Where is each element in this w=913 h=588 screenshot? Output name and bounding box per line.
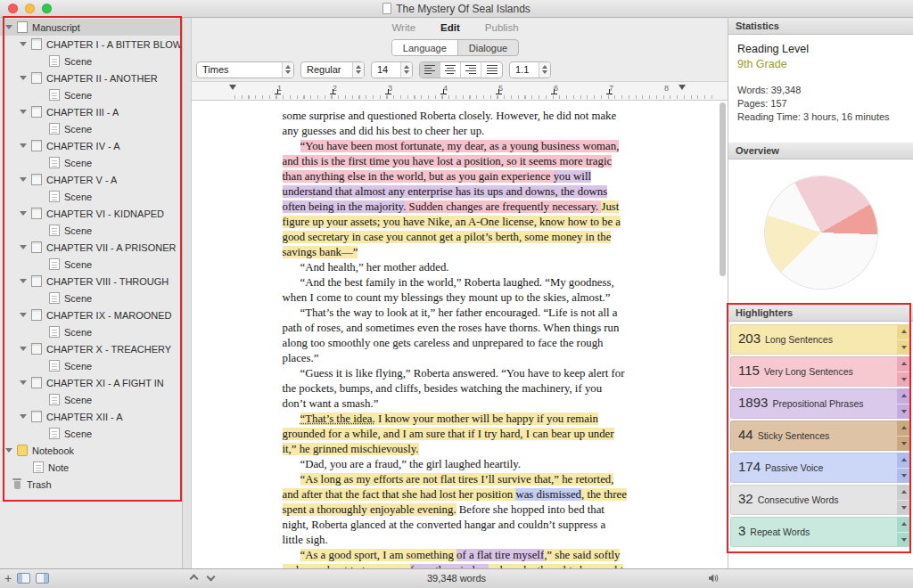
stepper-icon[interactable] bbox=[282, 62, 293, 78]
font-style-select[interactable]: Regular bbox=[300, 61, 365, 78]
stepper-down-icon[interactable] bbox=[897, 404, 911, 420]
sidebar-item-chapter-ix-marooned[interactable]: CHAPTER IX - MAROONED bbox=[0, 306, 182, 323]
text-area[interactable]: some surprise and questioned Roberta clo… bbox=[183, 101, 728, 568]
layout-right-panel-icon[interactable] bbox=[36, 573, 49, 584]
subtab-language[interactable]: Language bbox=[392, 40, 458, 55]
disclosure-triangle-icon[interactable] bbox=[20, 279, 27, 283]
stepper-up-icon[interactable] bbox=[897, 388, 911, 404]
disclosure-triangle-icon[interactable] bbox=[20, 177, 27, 182]
disclosure-triangle-icon[interactable] bbox=[20, 347, 27, 351]
sidebar-item-chapter-v-a[interactable]: CHAPTER V - A bbox=[0, 171, 182, 188]
stepper-up-icon[interactable] bbox=[897, 324, 911, 340]
sidebar-item-scene[interactable]: Scene bbox=[0, 53, 182, 69]
ruler[interactable]: 12345678 bbox=[183, 82, 728, 101]
sidebar-item-scene[interactable]: Scene bbox=[0, 154, 182, 171]
font-size-select[interactable]: 14 bbox=[371, 61, 413, 78]
tab-stop-icon[interactable] bbox=[275, 89, 281, 94]
highlighter-long-sentences[interactable]: 203Long Sentences bbox=[730, 324, 911, 355]
layout-left-panel-icon[interactable] bbox=[17, 573, 30, 584]
highlighter-prepositional-phrases[interactable]: 1893Prepositional Phrases bbox=[730, 388, 911, 419]
disclosure-triangle-icon[interactable] bbox=[20, 313, 27, 317]
tab-stop-icon[interactable] bbox=[385, 89, 391, 94]
stepper-up-icon[interactable] bbox=[897, 517, 911, 533]
sidebar-item-chapter-viii-through[interactable]: CHAPTER VIII - THROUGH bbox=[0, 273, 182, 290]
sidebar-item-scene[interactable]: Scene bbox=[0, 425, 182, 442]
sidebar-item-chapter-vi-kidnaped[interactable]: CHAPTER VI - KIDNAPED bbox=[0, 205, 182, 222]
stepper-up-icon[interactable] bbox=[897, 453, 911, 469]
previous-document-icon[interactable] bbox=[190, 575, 199, 584]
sidebar-item-note[interactable]: Note bbox=[0, 459, 182, 476]
sidebar-item-chapter-ii-another[interactable]: CHAPTER II - ANOTHER bbox=[0, 69, 182, 86]
stepper-down-icon[interactable] bbox=[897, 340, 911, 355]
sidebar-item-chapter-iii-a[interactable]: CHAPTER III - A bbox=[0, 103, 182, 120]
highlighter-repeat-words[interactable]: 3Repeat Words bbox=[730, 517, 911, 547]
stepper-icon[interactable] bbox=[539, 62, 550, 78]
tab-publish[interactable]: Publish bbox=[485, 22, 519, 33]
add-icon[interactable]: + bbox=[4, 572, 12, 584]
font-family-select[interactable]: Times bbox=[196, 61, 294, 78]
tab-stop-icon[interactable] bbox=[606, 89, 613, 94]
next-document-icon[interactable] bbox=[207, 573, 216, 582]
sidebar-item-manuscript[interactable]: Manuscript bbox=[0, 19, 182, 36]
disclosure-triangle-icon[interactable] bbox=[5, 448, 12, 453]
sidebar-item-scene[interactable]: Scene bbox=[0, 222, 182, 239]
stepper-icon[interactable] bbox=[400, 62, 412, 78]
disclosure-triangle-icon[interactable] bbox=[20, 42, 27, 46]
close-window-button[interactable] bbox=[8, 4, 18, 13]
scrollbar-thumb[interactable] bbox=[720, 102, 726, 276]
disclosure-triangle-icon[interactable] bbox=[20, 110, 27, 114]
stepper-down-icon[interactable] bbox=[897, 501, 911, 516]
sidebar-item-scene[interactable]: Scene bbox=[0, 86, 182, 103]
highlighter-very-long-sentences[interactable]: 115Very Long Sentences bbox=[730, 356, 911, 387]
disclosure-triangle-icon[interactable] bbox=[5, 25, 12, 29]
sidebar-item-chapter-iv-a[interactable]: CHAPTER IV - A bbox=[0, 137, 182, 154]
tab-stop-icon[interactable] bbox=[551, 89, 557, 94]
stepper-down-icon[interactable] bbox=[897, 437, 911, 452]
sidebar-item-scene[interactable]: Scene bbox=[0, 391, 182, 408]
stepper-up-icon[interactable] bbox=[897, 485, 911, 501]
sidebar-item-chapter-xii-a[interactable]: CHAPTER XII - A bbox=[0, 408, 182, 425]
disclosure-triangle-icon[interactable] bbox=[20, 211, 27, 216]
sidebar-item-notebook[interactable]: Notebook bbox=[0, 442, 182, 459]
stepper-down-icon[interactable] bbox=[897, 469, 911, 484]
sidebar-item-chapter-i-a-bitter-blow[interactable]: CHAPTER I - A BITTER BLOW bbox=[0, 36, 182, 53]
sidebar-item-scene[interactable]: Scene bbox=[0, 357, 182, 374]
disclosure-triangle-icon[interactable] bbox=[20, 380, 27, 385]
tab-stop-icon[interactable] bbox=[496, 89, 502, 94]
zoom-window-button[interactable] bbox=[42, 4, 52, 13]
disclosure-triangle-icon[interactable] bbox=[20, 76, 27, 80]
editor-scrollbar[interactable] bbox=[719, 102, 727, 567]
speaker-icon[interactable] bbox=[708, 573, 720, 584]
sidebar-item-scene[interactable]: Scene bbox=[0, 120, 182, 137]
line-spacing-select[interactable]: 1.1 bbox=[509, 61, 551, 78]
disclosure-triangle-icon[interactable] bbox=[20, 414, 27, 419]
sidebar-item-trash[interactable]: Trash bbox=[0, 476, 182, 493]
stepper-up-icon[interactable] bbox=[897, 356, 911, 372]
highlighter-consecutive-words[interactable]: 32Consecutive Words bbox=[730, 485, 911, 515]
disclosure-triangle-icon[interactable] bbox=[20, 245, 27, 249]
disclosure-triangle-icon[interactable] bbox=[20, 143, 27, 148]
align-justify-button[interactable] bbox=[481, 62, 502, 78]
sidebar-item-chapter-x-treachery[interactable]: CHAPTER X - TREACHERY bbox=[0, 340, 182, 357]
align-center-button[interactable] bbox=[440, 62, 461, 78]
highlighter-passive-voice[interactable]: 174Passive Voice bbox=[730, 453, 911, 483]
minimize-window-button[interactable] bbox=[25, 4, 35, 13]
tab-write[interactable]: Write bbox=[391, 22, 415, 33]
tab-stop-icon[interactable] bbox=[330, 89, 336, 94]
sidebar-item-chapter-vii-a-prisoner[interactable]: CHAPTER VII - A PRISONER bbox=[0, 239, 182, 256]
sidebar-item-scene[interactable]: Scene bbox=[0, 290, 182, 306]
sidebar-item-scene[interactable]: Scene bbox=[0, 188, 182, 205]
indent-marker-icon[interactable] bbox=[679, 85, 686, 90]
indent-marker-icon[interactable] bbox=[229, 85, 236, 90]
sidebar-item-chapter-xi-a-fight-in[interactable]: CHAPTER XI - A FIGHT IN bbox=[0, 374, 182, 391]
sidebar-item-scene[interactable]: Scene bbox=[0, 323, 182, 340]
align-right-button[interactable] bbox=[461, 62, 481, 78]
stepper-icon[interactable] bbox=[352, 62, 364, 78]
subtab-dialogue[interactable]: Dialogue bbox=[458, 40, 518, 55]
align-left-button[interactable] bbox=[420, 62, 440, 78]
tab-stop-icon[interactable] bbox=[440, 89, 447, 94]
tab-edit[interactable]: Edit bbox=[440, 22, 460, 33]
highlighter-sticky-sentences[interactable]: 44Sticky Sentences bbox=[730, 421, 911, 451]
stepper-up-icon[interactable] bbox=[897, 421, 911, 437]
stepper-down-icon[interactable] bbox=[897, 533, 911, 548]
